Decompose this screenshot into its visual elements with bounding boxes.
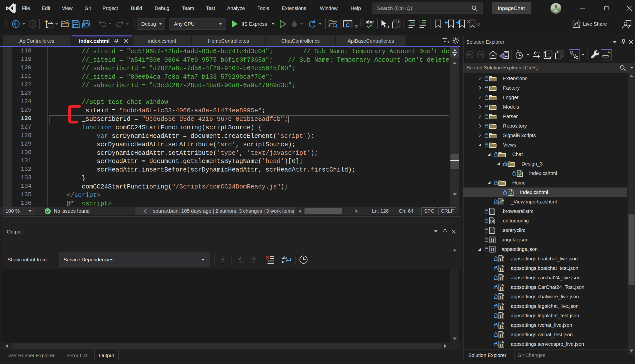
svg-text:{ }: { } (491, 248, 494, 252)
svg-text:@: @ (518, 172, 522, 176)
svg-text:{ }: { } (500, 286, 503, 290)
svg-text:{ }: { } (500, 343, 503, 347)
svg-text:{ }: { } (500, 334, 503, 337)
svg-text:{ }: { } (500, 258, 503, 262)
svg-text:{ }: { } (491, 238, 494, 242)
svg-text:{ }: { } (500, 314, 503, 318)
svg-text:{ }: { } (500, 305, 503, 309)
svg-text:@: @ (499, 200, 503, 204)
svg-text:{ }: { } (500, 324, 503, 328)
svg-text:{ }: { } (500, 296, 503, 299)
svg-text:@: @ (509, 190, 513, 195)
svg-text:{ }: { } (500, 267, 503, 271)
svg-text:{ }: { } (500, 276, 503, 280)
